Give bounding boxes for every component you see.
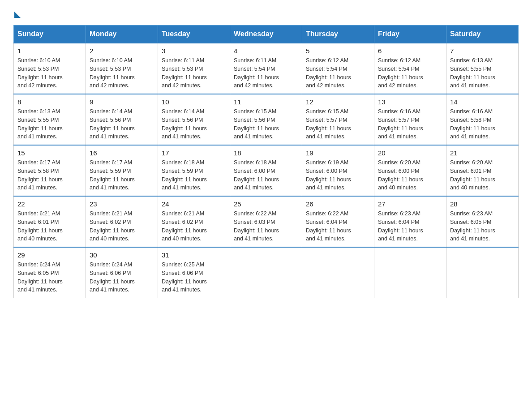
calendar-cell: 17 Sunrise: 6:18 AMSunset: 5:59 PMDaylig… <box>158 145 230 196</box>
calendar-cell: 9 Sunrise: 6:14 AMSunset: 5:56 PMDayligh… <box>86 94 158 145</box>
day-info: Sunrise: 6:19 AMSunset: 6:00 PMDaylight:… <box>306 158 370 192</box>
logo <box>13 9 21 16</box>
day-number: 24 <box>162 200 226 208</box>
logo-arrow-icon <box>14 12 21 18</box>
day-number: 27 <box>378 200 442 208</box>
day-number: 6 <box>378 47 442 55</box>
day-info: Sunrise: 6:21 AMSunset: 6:01 PMDaylight:… <box>17 210 82 243</box>
day-info: Sunrise: 6:23 AMSunset: 6:04 PMDaylight:… <box>378 210 442 243</box>
calendar-cell: 8 Sunrise: 6:13 AMSunset: 5:55 PMDayligh… <box>14 94 86 145</box>
day-number: 31 <box>162 251 226 259</box>
logo-top <box>13 9 21 18</box>
day-info: Sunrise: 6:14 AMSunset: 5:56 PMDaylight:… <box>90 107 154 141</box>
calendar-header-wednesday: Wednesday <box>230 26 302 43</box>
calendar-header-thursday: Thursday <box>302 26 374 43</box>
calendar-cell: 7 Sunrise: 6:13 AMSunset: 5:55 PMDayligh… <box>446 43 519 94</box>
day-info: Sunrise: 6:11 AMSunset: 5:54 PMDaylight:… <box>234 56 298 90</box>
day-info: Sunrise: 6:18 AMSunset: 5:59 PMDaylight:… <box>162 158 226 192</box>
day-number: 22 <box>17 200 82 208</box>
calendar-cell: 22 Sunrise: 6:21 AMSunset: 6:01 PMDaylig… <box>14 196 86 247</box>
day-info: Sunrise: 6:24 AMSunset: 6:05 PMDaylight:… <box>17 261 82 294</box>
calendar-cell: 14 Sunrise: 6:16 AMSunset: 5:58 PMDaylig… <box>446 94 519 145</box>
calendar-header-row: SundayMondayTuesdayWednesdayThursdayFrid… <box>14 26 519 43</box>
calendar-cell: 11 Sunrise: 6:15 AMSunset: 5:56 PMDaylig… <box>230 94 302 145</box>
day-info: Sunrise: 6:18 AMSunset: 6:00 PMDaylight:… <box>234 158 298 192</box>
day-info: Sunrise: 6:10 AMSunset: 5:53 PMDaylight:… <box>90 56 154 90</box>
day-number: 15 <box>17 149 82 157</box>
day-number: 21 <box>450 149 515 157</box>
calendar-cell: 4 Sunrise: 6:11 AMSunset: 5:54 PMDayligh… <box>230 43 302 94</box>
day-info: Sunrise: 6:17 AMSunset: 5:59 PMDaylight:… <box>90 158 154 192</box>
day-info: Sunrise: 6:16 AMSunset: 5:57 PMDaylight:… <box>378 107 442 141</box>
day-number: 3 <box>162 47 226 55</box>
day-info: Sunrise: 6:12 AMSunset: 5:54 PMDaylight:… <box>306 56 370 90</box>
day-info: Sunrise: 6:20 AMSunset: 6:01 PMDaylight:… <box>450 158 515 192</box>
day-number: 30 <box>90 251 154 259</box>
calendar-cell: 29 Sunrise: 6:24 AMSunset: 6:05 PMDaylig… <box>14 247 86 298</box>
calendar-cell: 18 Sunrise: 6:18 AMSunset: 6:00 PMDaylig… <box>230 145 302 196</box>
day-info: Sunrise: 6:23 AMSunset: 6:05 PMDaylight:… <box>450 210 515 243</box>
calendar-cell <box>374 247 446 298</box>
calendar-week-row: 29 Sunrise: 6:24 AMSunset: 6:05 PMDaylig… <box>14 247 519 298</box>
calendar-header-sunday: Sunday <box>14 26 86 43</box>
calendar-header-saturday: Saturday <box>446 26 519 43</box>
calendar-cell: 25 Sunrise: 6:22 AMSunset: 6:03 PMDaylig… <box>230 196 302 247</box>
day-number: 2 <box>90 47 154 55</box>
day-number: 17 <box>162 149 226 157</box>
day-info: Sunrise: 6:22 AMSunset: 6:04 PMDaylight:… <box>306 210 370 243</box>
calendar-header-friday: Friday <box>374 26 446 43</box>
calendar-cell: 13 Sunrise: 6:16 AMSunset: 5:57 PMDaylig… <box>374 94 446 145</box>
day-number: 20 <box>378 149 442 157</box>
day-info: Sunrise: 6:11 AMSunset: 5:53 PMDaylight:… <box>162 56 226 90</box>
calendar-cell: 24 Sunrise: 6:21 AMSunset: 6:02 PMDaylig… <box>158 196 230 247</box>
day-info: Sunrise: 6:15 AMSunset: 5:57 PMDaylight:… <box>306 107 370 141</box>
day-info: Sunrise: 6:13 AMSunset: 5:55 PMDaylight:… <box>17 107 82 141</box>
day-number: 12 <box>306 98 370 106</box>
calendar-cell: 23 Sunrise: 6:21 AMSunset: 6:02 PMDaylig… <box>86 196 158 247</box>
day-number: 7 <box>450 47 515 55</box>
day-number: 13 <box>378 98 442 106</box>
calendar-cell: 12 Sunrise: 6:15 AMSunset: 5:57 PMDaylig… <box>302 94 374 145</box>
calendar-week-row: 22 Sunrise: 6:21 AMSunset: 6:01 PMDaylig… <box>14 196 519 247</box>
calendar-cell: 28 Sunrise: 6:23 AMSunset: 6:05 PMDaylig… <box>446 196 519 247</box>
day-info: Sunrise: 6:24 AMSunset: 6:06 PMDaylight:… <box>90 261 154 294</box>
day-number: 16 <box>90 149 154 157</box>
day-number: 5 <box>306 47 370 55</box>
calendar-header-monday: Monday <box>86 26 158 43</box>
day-info: Sunrise: 6:25 AMSunset: 6:06 PMDaylight:… <box>162 261 226 294</box>
day-info: Sunrise: 6:16 AMSunset: 5:58 PMDaylight:… <box>450 107 515 141</box>
calendar-cell: 30 Sunrise: 6:24 AMSunset: 6:06 PMDaylig… <box>86 247 158 298</box>
day-info: Sunrise: 6:21 AMSunset: 6:02 PMDaylight:… <box>90 210 154 243</box>
day-number: 14 <box>450 98 515 106</box>
calendar-cell: 16 Sunrise: 6:17 AMSunset: 5:59 PMDaylig… <box>86 145 158 196</box>
calendar-cell: 6 Sunrise: 6:12 AMSunset: 5:54 PMDayligh… <box>374 43 446 94</box>
day-info: Sunrise: 6:17 AMSunset: 5:58 PMDaylight:… <box>17 158 82 192</box>
calendar-cell <box>302 247 374 298</box>
day-info: Sunrise: 6:22 AMSunset: 6:03 PMDaylight:… <box>234 210 298 243</box>
calendar-cell: 20 Sunrise: 6:20 AMSunset: 6:00 PMDaylig… <box>374 145 446 196</box>
day-info: Sunrise: 6:10 AMSunset: 5:53 PMDaylight:… <box>17 56 82 90</box>
day-info: Sunrise: 6:15 AMSunset: 5:56 PMDaylight:… <box>234 107 298 141</box>
calendar-cell: 26 Sunrise: 6:22 AMSunset: 6:04 PMDaylig… <box>302 196 374 247</box>
calendar-header-tuesday: Tuesday <box>158 26 230 43</box>
day-number: 1 <box>17 47 82 55</box>
calendar-week-row: 8 Sunrise: 6:13 AMSunset: 5:55 PMDayligh… <box>14 94 519 145</box>
calendar-week-row: 1 Sunrise: 6:10 AMSunset: 5:53 PMDayligh… <box>14 43 519 94</box>
calendar-table: SundayMondayTuesdayWednesdayThursdayFrid… <box>13 25 519 298</box>
day-number: 10 <box>162 98 226 106</box>
calendar-cell <box>446 247 519 298</box>
page-header <box>13 9 519 16</box>
day-info: Sunrise: 6:20 AMSunset: 6:00 PMDaylight:… <box>378 158 442 192</box>
calendar-cell: 5 Sunrise: 6:12 AMSunset: 5:54 PMDayligh… <box>302 43 374 94</box>
day-info: Sunrise: 6:14 AMSunset: 5:56 PMDaylight:… <box>162 107 226 141</box>
day-number: 25 <box>234 200 298 208</box>
calendar-cell: 19 Sunrise: 6:19 AMSunset: 6:00 PMDaylig… <box>302 145 374 196</box>
day-number: 28 <box>450 200 515 208</box>
day-number: 19 <box>306 149 370 157</box>
day-number: 8 <box>17 98 82 106</box>
calendar-cell: 15 Sunrise: 6:17 AMSunset: 5:58 PMDaylig… <box>14 145 86 196</box>
calendar-cell: 3 Sunrise: 6:11 AMSunset: 5:53 PMDayligh… <box>158 43 230 94</box>
calendar-cell: 10 Sunrise: 6:14 AMSunset: 5:56 PMDaylig… <box>158 94 230 145</box>
calendar-week-row: 15 Sunrise: 6:17 AMSunset: 5:58 PMDaylig… <box>14 145 519 196</box>
day-info: Sunrise: 6:12 AMSunset: 5:54 PMDaylight:… <box>378 56 442 90</box>
